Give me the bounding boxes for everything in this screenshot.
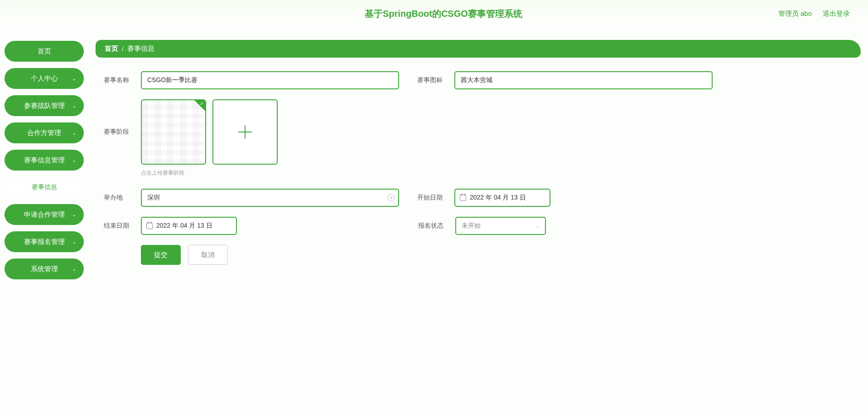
event-icon-input[interactable]: [454, 71, 713, 89]
submit-button[interactable]: 提交: [141, 245, 181, 265]
label-event-icon: 赛事图标: [417, 76, 449, 84]
header-actions: 管理员 abo 退出登录: [778, 10, 850, 18]
venue-input[interactable]: [141, 189, 399, 207]
chevron-down-icon: ⌄: [72, 239, 77, 245]
stage-uploads: [141, 99, 278, 165]
logout-link[interactable]: 退出登录: [823, 10, 850, 18]
header: 基于SpringBoot的CSGO赛事管理系统 管理员 abo 退出登录: [0, 0, 868, 27]
start-date-input[interactable]: 2022 年 04 月 13 日: [454, 189, 550, 207]
label-status: 报名状态: [418, 222, 450, 230]
main-content: 首页 / 赛事信息 赛事名称 赛事图标 赛事阶段: [88, 27, 868, 410]
label-event-name: 赛事名称: [104, 76, 135, 84]
sidebar-item-system[interactable]: 系统管理 ⌄: [5, 259, 84, 279]
chevron-down-icon: ⌄: [72, 75, 77, 82]
admin-info[interactable]: 管理员 abo: [778, 10, 812, 18]
stage-image-1[interactable]: [141, 99, 206, 165]
chevron-down-icon: ⌄: [535, 223, 540, 229]
breadcrumb-home[interactable]: 首页: [105, 44, 118, 53]
breadcrumb-current: 赛事信息: [127, 44, 154, 53]
chevron-down-icon: ⌄: [72, 102, 77, 109]
label-end-date: 结束日期: [104, 222, 135, 230]
event-name-input[interactable]: [141, 71, 399, 89]
form: 赛事名称 赛事图标 赛事阶段 点击: [96, 58, 861, 265]
label-venue: 举办地: [104, 194, 135, 202]
calendar-icon: [146, 223, 153, 229]
chevron-down-icon: ⌄: [72, 130, 77, 136]
chevron-down-icon: ⌄: [72, 211, 77, 218]
chevron-down-icon: ⌄: [72, 266, 77, 272]
plus-icon: [238, 125, 252, 139]
label-event-stage: 赛事阶段: [104, 128, 135, 136]
sidebar-item-home[interactable]: 首页: [5, 41, 84, 62]
sidebar: 首页 个人中心 ⌄ 参赛战队管理 ⌄ 合作方管理 ⌄ 赛事信息管理 ⌄ 赛事信息…: [0, 27, 88, 410]
calendar-icon: [460, 195, 466, 201]
sidebar-subitem-event-info[interactable]: 赛事信息: [8, 177, 80, 198]
chevron-down-icon: ⌄: [72, 157, 77, 163]
sidebar-item-apply[interactable]: 申请合作管理 ⌄: [5, 204, 84, 225]
sidebar-item-teams[interactable]: 参赛战队管理 ⌄: [5, 95, 84, 116]
end-date-input[interactable]: 2022 年 04 月 13 日: [141, 217, 237, 235]
upload-hint: 点击上传赛事阶段: [141, 169, 853, 177]
app-title: 基于SpringBoot的CSGO赛事管理系统: [109, 8, 778, 20]
cancel-button[interactable]: 取消: [188, 245, 228, 265]
label-start-date: 开始日期: [417, 194, 449, 202]
sidebar-item-signup[interactable]: 赛事报名管理 ⌄: [5, 231, 84, 252]
status-select[interactable]: 未开始 ⌄: [455, 217, 546, 235]
check-icon: [194, 100, 205, 111]
clear-icon[interactable]: ✕: [387, 194, 395, 201]
sidebar-item-profile[interactable]: 个人中心 ⌄: [5, 68, 84, 89]
add-stage-image-button[interactable]: [212, 99, 278, 165]
sidebar-item-events[interactable]: 赛事信息管理 ⌄: [5, 150, 84, 171]
sidebar-item-partners[interactable]: 合作方管理 ⌄: [5, 122, 84, 143]
breadcrumb: 首页 / 赛事信息: [96, 40, 861, 58]
